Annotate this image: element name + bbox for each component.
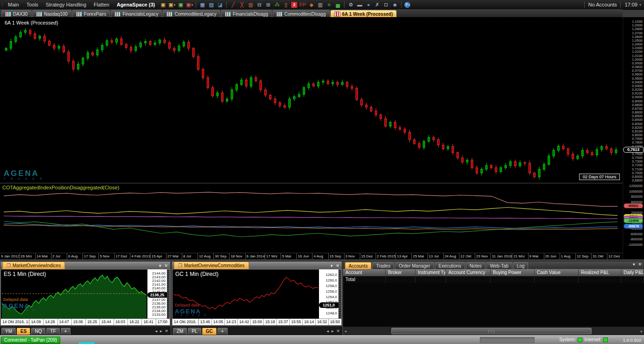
scroll-left-icon[interactable]: ◂ — [326, 329, 329, 333]
date-axis[interactable]: 9 Jan 201226 Mrz14 Mai2 Jul6 Aug17 Sep5 … — [0, 253, 623, 259]
multi-chart-icon[interactable]: ╳ — [238, 1, 246, 8]
accounts-table-header[interactable]: AccountBrokerInstrument TypeAccount Curr… — [343, 269, 644, 276]
window-stack-icon[interactable]: ⊟ — [255, 1, 263, 8]
scroll-right-icon[interactable]: ▸ — [160, 329, 162, 333]
menu-flatten[interactable]: Flatten — [90, 1, 113, 8]
workspace-tab-forexpairs[interactable]: ForexPairs — [72, 10, 110, 17]
workspace-tab-financialslegacy[interactable]: FinancialsLegacy — [111, 10, 162, 17]
connection-icon[interactable]: ▬ — [356, 1, 363, 8]
chart-thumbnail-icon — [225, 12, 231, 17]
symbol-tab-pl[interactable]: PL — [188, 328, 201, 335]
gc-price-axis[interactable]: 1262,01260,01258,01256,01254,01252,01250… — [319, 269, 338, 319]
menu-strategy-handling[interactable]: Strategy Handling — [42, 1, 90, 8]
workstation-icon[interactable]: ⊡ — [382, 1, 390, 8]
fp-icon[interactable]: FP — [299, 1, 306, 8]
dropdown-arrow-icon[interactable]: ▾ — [191, 3, 193, 6]
time-axis-label: 16:32 — [315, 319, 328, 325]
time-axis-label: 15:55 — [289, 319, 302, 325]
alerts-count-icon[interactable]: 2 — [291, 2, 297, 8]
cot-lines-plot[interactable] — [0, 183, 623, 253]
share-icon[interactable]: ⁂ — [273, 1, 281, 8]
trendline-icon[interactable]: ╱ — [229, 1, 237, 8]
es-price-axis[interactable]: 2144,002143,002142,002141,002140,002139,… — [147, 269, 167, 319]
system-label: System: — [559, 337, 576, 342]
scroll-right-icon[interactable]: ▸ — [641, 329, 643, 333]
symbol-tab-nq[interactable]: NQ — [31, 328, 45, 335]
workspace-tab-commoditiesdisagg[interactable]: CommoditiesDisagg — [273, 10, 329, 17]
accounts-tab-order-manager[interactable]: Order Manager — [395, 262, 434, 269]
users-icon[interactable]: ☻ — [391, 1, 399, 8]
tools-icon[interactable]: ✗ — [373, 1, 381, 8]
main-price-chart[interactable]: 6A 1 Week (Processed) AGENA T R A D E R … — [0, 17, 623, 183]
panel-tab-marketoverviewindices[interactable]: ❐ MarketOverviewIndices — [2, 262, 65, 269]
eraser-icon[interactable]: ◪ — [216, 1, 224, 8]
workspace-tab-dax30[interactable]: DAX30 — [1, 10, 32, 17]
menu-agenaspace-3[interactable]: AgenaSpace (3) — [113, 1, 159, 8]
symbol-tab-add[interactable]: + — [217, 328, 228, 335]
horizontal-scrollbar[interactable]: ◂ | | | ▸ — [343, 326, 644, 335]
menu-tools[interactable]: Tools — [23, 1, 42, 8]
folder-new-icon[interactable]: ▣ — [159, 1, 167, 8]
menu-main[interactable]: Main — [4, 1, 23, 8]
close-icon[interactable]: ✕ — [164, 263, 168, 268]
workspace-grid-icon[interactable]: ⊞ — [264, 1, 272, 8]
symbol-tab-tf[interactable]: TF — [46, 328, 59, 335]
version-label: 1.9.0.502 — [623, 338, 641, 343]
toolbar-grip-handle[interactable]: ⁞ — [0, 2, 4, 7]
data-table-icon[interactable]: ▦ — [198, 1, 206, 8]
mini-chart-scrollbar[interactable] — [338, 269, 341, 319]
minimize-icon[interactable]: ▾ — [159, 263, 161, 268]
candlestick-plot[interactable] — [0, 17, 623, 183]
scroll-left-icon[interactable]: ◂ — [344, 329, 346, 333]
table-edit-icon[interactable]: ▨ — [207, 1, 215, 8]
minimize-icon[interactable]: ▾ — [633, 262, 635, 267]
basket-icon[interactable]: ◆ — [307, 1, 315, 8]
help-icon[interactable]: ?▾ — [404, 2, 410, 8]
column-header: Cash Value — [535, 269, 579, 276]
close-icon[interactable]: ✕ — [638, 262, 642, 267]
scroll-left-icon[interactable]: ◂ — [155, 329, 157, 333]
scrollbar-thumb[interactable]: | | | — [391, 328, 592, 334]
folder-delete-icon[interactable]: ▣▾ — [185, 1, 193, 8]
mini-chart-scrollbar[interactable] — [167, 269, 170, 319]
row-cell — [386, 276, 415, 283]
settings-gear-icon[interactable]: ⚙ — [347, 1, 355, 8]
folder-open-icon[interactable]: ▣▾ — [168, 1, 176, 8]
close-icon[interactable]: ✕ — [165, 329, 168, 333]
symbol-tab-zm[interactable]: ZM — [173, 328, 187, 335]
minimize-icon[interactable]: ▾ — [331, 263, 333, 268]
symbol-tab-add[interactable]: + — [61, 328, 71, 335]
panel-tab-marketoverviewcommodities[interactable]: ❐ MarketOverviewCommodities — [174, 262, 249, 269]
dropdown-arrow-icon[interactable]: ▾ — [408, 3, 410, 6]
scroll-right-icon[interactable]: ▸ — [332, 329, 334, 333]
workspace-tab-commoditieslegacy[interactable]: CommoditiesLegacy — [163, 10, 220, 17]
symbol-tab-gc[interactable]: GC — [202, 328, 217, 335]
globe-user-icon[interactable]: ● — [364, 1, 372, 8]
workspace-tab-nasdaq100[interactable]: Nasdaq100 — [32, 10, 71, 17]
symbol-tab-ym[interactable]: YM — [1, 328, 16, 335]
accounts-tab-trades[interactable]: Trades — [372, 262, 394, 269]
mini-chart-frame[interactable]: ES 1 Min (Direct) AGENA T R A D E R Dela… — [0, 269, 170, 325]
accounts-tab-accounts[interactable]: Accounts — [345, 262, 371, 269]
server-icon[interactable]: ≡ — [325, 1, 333, 8]
accounts-tab-notes[interactable]: Notes — [466, 262, 485, 269]
close-icon[interactable]: ✕ — [336, 329, 340, 333]
mini-chart-frame[interactable]: GC 1 Min (Direct) AGENA T R A D E R Dela… — [172, 269, 342, 325]
close-icon[interactable]: ✕ — [336, 263, 339, 268]
dropdown-arrow-icon[interactable]: ▾ — [174, 3, 176, 6]
workspace-tab-financialsdisagg[interactable]: FinancialsDisagg — [221, 10, 272, 17]
accounts-tab-executions[interactable]: Executions — [435, 262, 465, 269]
workspace-tab-6a-1-week-processed[interactable]: 6A 1 Week (Processed) — [331, 10, 397, 17]
accounts-tab-web-tab[interactable]: Web-Tab — [486, 262, 512, 269]
cot-indicator-panel[interactable]: COTAggregatedIndexPositionDisaggregated(… — [0, 183, 623, 253]
price-axis[interactable]: 1,10001,09001,08001,07001,06001,05001,04… — [623, 17, 644, 259]
column-layout-icon[interactable]: ▥ — [316, 1, 324, 8]
symbol-tab-es[interactable]: ES — [17, 328, 30, 335]
volume-bars-icon[interactable]: ▅ — [334, 1, 342, 8]
clipboard-icon[interactable]: ▯ — [282, 1, 290, 8]
chart-columns-icon[interactable]: ▥ — [247, 1, 255, 8]
accounts-total-row[interactable]: Total — [343, 276, 644, 283]
accounts-tab-log[interactable]: Log — [513, 262, 529, 269]
toolbar-overflow-icon[interactable]: ▾ — [639, 3, 641, 7]
folder-save-icon[interactable]: ▣ — [177, 1, 185, 8]
